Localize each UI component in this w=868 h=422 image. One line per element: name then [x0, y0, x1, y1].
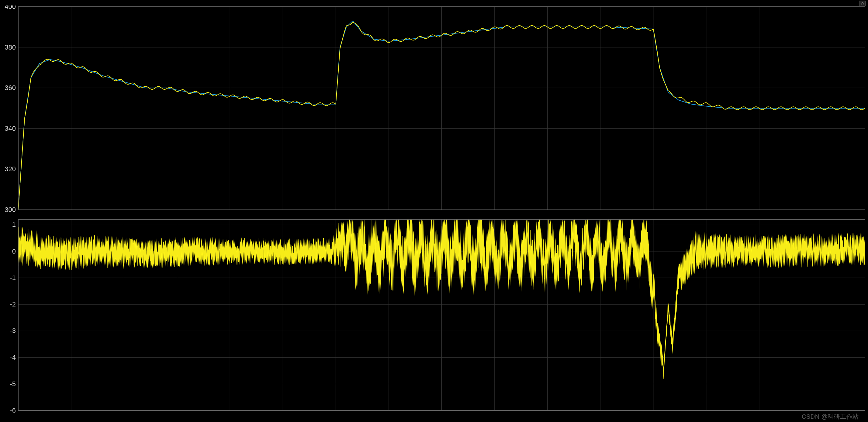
x-tick-label: 0 — [17, 412, 20, 413]
y-tick-label: -4 — [10, 354, 16, 361]
y-tick-label: -1 — [10, 274, 16, 281]
y-tick-label: 380 — [5, 43, 16, 51]
y-tick-label: 340 — [5, 125, 16, 132]
y-tick-label: 1 — [12, 221, 16, 228]
scope-window: 300320340360380400 -6-5-4-3-2-101 00.050… — [0, 0, 868, 422]
y-tick-label: 360 — [5, 84, 16, 92]
x-tick-label: 0.2 — [437, 412, 446, 413]
x-tick-label: 0.15 — [329, 412, 342, 413]
watermark-text: CSDN @科研工作站 — [802, 413, 859, 421]
y-tick-label: 400 — [5, 5, 16, 10]
x-tick-label: 0.3 — [649, 412, 658, 413]
y-tick-label: 300 — [5, 206, 16, 212]
lower-plot[interactable]: -6-5-4-3-2-101 00.050.10.150.20.250.30.3… — [0, 218, 868, 413]
x-tick-label: 0.1 — [225, 412, 235, 413]
y-tick-label: -5 — [10, 380, 16, 388]
y-tick-label: -3 — [10, 327, 16, 334]
x-tick-label: 0.25 — [541, 412, 554, 413]
y-tick-label: -6 — [10, 406, 16, 413]
y-tick-label: -2 — [10, 300, 16, 308]
x-tick-label: 0.05 — [118, 412, 131, 413]
upper-plot[interactable]: 300320340360380400 — [0, 5, 868, 212]
y-tick-label: 320 — [5, 165, 16, 173]
y-tick-label: 0 — [12, 247, 16, 255]
x-tick-label: 0.35 — [752, 412, 766, 413]
